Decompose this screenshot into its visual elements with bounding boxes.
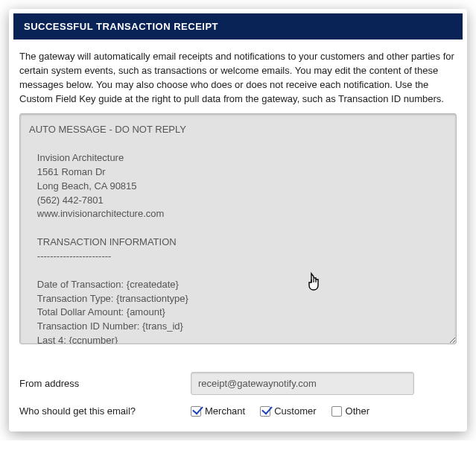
customer-check[interactable]: Customer <box>260 405 316 417</box>
merchant-check[interactable]: Merchant <box>191 405 245 417</box>
recipients-label: Who should get this email? <box>19 405 191 417</box>
checkbox-icon <box>260 406 270 417</box>
checkbox-icon <box>331 406 342 417</box>
recipients-row: Who should get this email? Merchant Cust… <box>9 395 467 417</box>
customer-check-label: Customer <box>274 405 316 417</box>
recipients-checks: Merchant Customer Other <box>191 405 369 417</box>
from-address-input[interactable] <box>191 372 414 395</box>
settings-card: SUCCESSFUL TRANSACTION RECEIPT The gatew… <box>9 9 467 432</box>
email-template-textarea[interactable] <box>19 113 457 344</box>
other-check-label: Other <box>346 405 370 417</box>
from-address-label: From address <box>19 378 191 389</box>
other-check[interactable]: Other <box>331 405 370 417</box>
template-editor-wrap <box>9 113 467 347</box>
description-text: The gateway will automatically email rec… <box>9 39 467 113</box>
page-title: SUCCESSFUL TRANSACTION RECEIPT <box>13 13 463 39</box>
checkbox-icon <box>191 406 201 417</box>
merchant-check-label: Merchant <box>205 405 245 417</box>
from-address-row: From address <box>9 361 467 395</box>
